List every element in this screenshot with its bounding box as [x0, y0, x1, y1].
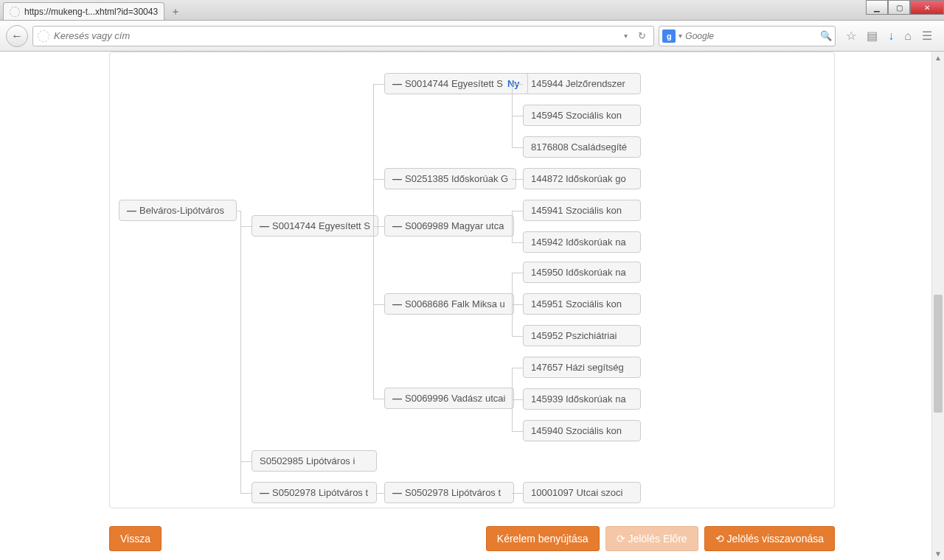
tree-leaf[interactable]: 145950 Időskorúak na — [523, 262, 641, 283]
tree-leaf[interactable]: 145940 Szociális kon — [523, 420, 641, 441]
collapse-icon[interactable]: — — [392, 298, 402, 309]
toolbar-icons: ☆ ▤ ↓ ⌂ ☰ — [840, 29, 938, 43]
collapse-icon[interactable]: — — [260, 220, 269, 231]
globe-icon — [38, 30, 49, 42]
collapse-icon[interactable]: — — [392, 220, 402, 231]
tree-leaf[interactable]: 145952 Pszichiátriai — [523, 325, 641, 346]
page-content: 145944 Jelzőrendszer145945 Szociális kon… — [0, 52, 944, 560]
tree-node[interactable]: —S0502978 Lipótváros t — [384, 482, 514, 503]
tree-node-label: S0502978 Lipótváros t — [405, 487, 501, 498]
search-provider-dropdown-icon[interactable]: ▾ — [678, 32, 682, 40]
tree-leaf[interactable]: 8176808 Családsegíté — [523, 136, 641, 158]
url-bar[interactable]: ▾ ↻ — [32, 26, 654, 46]
mark-forward-label: Jelölés Előre — [628, 533, 687, 545]
menu-icon[interactable]: ☰ — [922, 29, 932, 43]
mark-forward-button[interactable]: ⟳ Jelölés Előre — [605, 526, 698, 551]
tree-node-label: S0014744 Egyesített S — [272, 220, 370, 231]
window-maximize-button[interactable]: ▢ — [888, 0, 910, 15]
globe-icon — [10, 7, 20, 17]
window-close-button[interactable]: ✕ — [910, 0, 944, 15]
downloads-icon[interactable]: ↓ — [888, 29, 894, 43]
tree-node[interactable]: —S0502978 Lipótváros t — [251, 482, 377, 503]
search-icon[interactable]: 🔍 — [820, 30, 832, 41]
collapse-icon[interactable]: — — [127, 205, 136, 216]
tree-node-label: S0014744 Egyesített S — [405, 78, 503, 89]
scrollbar-thumb[interactable] — [934, 295, 943, 413]
collapse-icon[interactable]: — — [392, 487, 402, 498]
scroll-up-icon[interactable]: ▲ — [932, 52, 944, 64]
tab-title: https://mukeng-t...xhtml?id=30043 — [24, 7, 158, 17]
url-dropdown-icon[interactable]: ▾ — [621, 32, 631, 40]
tree-leaf[interactable]: 145939 Időskorúak na — [523, 388, 641, 410]
tree-leaf[interactable]: 145944 Jelzőrendszer — [523, 73, 641, 94]
tree-node[interactable]: —S0069989 Magyar utca — [384, 215, 514, 237]
tree-leaf[interactable]: 145951 Szociális kon — [523, 293, 641, 315]
collapse-icon[interactable]: — — [260, 487, 269, 498]
tree-leaf[interactable]: 147657 Házi segítség — [523, 357, 641, 378]
browser-nav-bar: ← ▾ ↻ g ▾ 🔍 ☆ ▤ ↓ ⌂ ☰ — [0, 21, 944, 52]
new-tab-button[interactable]: ＋ — [166, 4, 185, 20]
scroll-down-icon[interactable]: ▼ — [932, 547, 944, 560]
tree-leaf[interactable]: 145941 Szociális kon — [523, 200, 641, 221]
search-provider-icon: g — [662, 29, 676, 43]
reading-list-icon[interactable]: ▤ — [867, 29, 878, 43]
tree-panel: 145944 Jelzőrendszer145945 Szociális kon… — [109, 52, 835, 508]
tree-node-label: S0069996 Vadász utcai — [405, 393, 505, 404]
window-minimize-button[interactable]: ▁ — [866, 0, 888, 15]
submit-request-button[interactable]: Kérelem benyújtása — [486, 526, 600, 551]
tree-node[interactable]: —S0068686 Falk Miksa u — [384, 293, 514, 315]
back-button-footer[interactable]: Vissza — [109, 526, 162, 551]
browser-tabs-bar: https://mukeng-t...xhtml?id=30043 ＋ — [0, 0, 944, 21]
tree-leaf[interactable]: 144872 Időskorúak go — [523, 168, 641, 189]
vertical-scrollbar[interactable]: ▲ ▼ — [931, 52, 944, 560]
tree-root[interactable]: —Belváros-Lipótváros — [119, 200, 237, 221]
tree-leaf[interactable]: 10001097 Utcai szoci — [523, 482, 641, 503]
tree-node-label: S0069989 Magyar utca — [405, 220, 504, 231]
revoke-mark-button[interactable]: ⟲ Jelölés visszavonása — [704, 526, 835, 551]
tree-node[interactable]: —S0251385 Időskorúak G — [384, 168, 516, 189]
collapse-icon[interactable]: — — [392, 393, 402, 404]
home-icon[interactable]: ⌂ — [904, 29, 912, 43]
collapse-icon[interactable]: — — [392, 173, 402, 184]
tree-node-label: S0502978 Lipótváros t — [272, 487, 368, 498]
tree-node[interactable]: —S0014744 Egyesített SNy — [384, 73, 528, 94]
footer-buttons: Vissza Kérelem benyújtása ⟳ Jelölés Előr… — [103, 526, 841, 551]
tree-node[interactable]: —S0014744 Egyesített S — [251, 215, 378, 237]
tree-leaf[interactable]: 145942 Időskorúak na — [523, 231, 641, 253]
revoke-mark-label: Jelölés visszavonása — [726, 533, 824, 545]
window-controls: ▁ ▢ ✕ — [866, 0, 944, 15]
bookmark-icon[interactable]: ☆ — [846, 29, 856, 43]
search-bar[interactable]: g ▾ 🔍 — [659, 26, 836, 46]
refresh-icon: ⟳ — [617, 533, 625, 545]
browser-tab[interactable]: https://mukeng-t...xhtml?id=30043 — [3, 2, 164, 20]
url-input[interactable] — [54, 30, 617, 41]
tree-node[interactable]: —S0069996 Vadász utcai — [384, 388, 514, 409]
tree-leaf[interactable]: 145945 Szociális kon — [523, 105, 641, 126]
tree-node[interactable]: S0502985 Lipótváros i — [251, 450, 377, 472]
tree-node-label: Belváros-Lipótváros — [139, 205, 224, 216]
refresh-icon: ⟲ — [715, 533, 724, 545]
tree-node-label: S0251385 Időskorúak G — [405, 173, 508, 184]
tree-node-label: S0068686 Falk Miksa u — [405, 298, 505, 309]
back-button[interactable]: ← — [6, 25, 28, 47]
collapse-icon[interactable]: — — [392, 78, 402, 89]
search-input[interactable] — [685, 31, 817, 41]
tree-node-label: S0502985 Lipótváros i — [260, 455, 355, 466]
reload-icon[interactable]: ↻ — [635, 30, 649, 41]
